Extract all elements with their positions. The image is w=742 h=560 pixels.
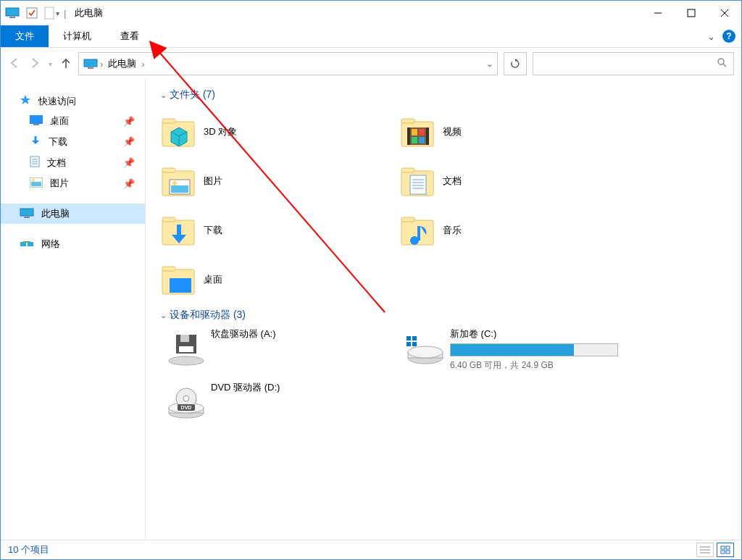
svg-rect-45 xyxy=(407,128,429,145)
svg-rect-54 xyxy=(410,175,426,194)
window-title: 此电脑 xyxy=(75,7,103,20)
pictures-folder-icon xyxy=(159,161,199,201)
quick-access-check-icon[interactable] xyxy=(25,7,38,20)
svg-rect-64 xyxy=(180,335,189,342)
desktop-icon xyxy=(30,115,43,128)
sidebar-item-documents[interactable]: 文档 📌 xyxy=(1,152,145,173)
tab-file[interactable]: 文件 xyxy=(1,25,49,47)
svg-rect-48 xyxy=(412,129,417,135)
svg-rect-87 xyxy=(726,551,730,553)
svg-rect-49 xyxy=(419,129,425,135)
sidebar-item-desktop[interactable]: 桌面 📌 xyxy=(1,111,145,131)
download-arrow-icon xyxy=(30,135,41,149)
svg-rect-70 xyxy=(407,336,411,340)
nav-recent-icon[interactable]: ▾ xyxy=(49,60,52,68)
dvd-drive-icon: DVD xyxy=(159,381,211,425)
svg-rect-21 xyxy=(31,182,41,186)
content-area: ⌄ 文件夹 (7) 3D 对象 图片 xyxy=(146,78,741,540)
status-item-count: 10 个项目 xyxy=(8,543,49,556)
help-button[interactable]: ? xyxy=(722,30,735,43)
drive-dvd-d[interactable]: DVD DVD 驱动器 (D:) xyxy=(159,381,398,435)
svg-rect-15 xyxy=(33,124,39,125)
view-details-button[interactable] xyxy=(696,543,714,557)
sidebar-item-downloads[interactable]: 下载 📌 xyxy=(1,131,145,152)
svg-point-22 xyxy=(32,179,35,182)
sidebar-item-this-pc[interactable]: 此电脑 xyxy=(1,204,145,224)
close-button[interactable] xyxy=(708,1,741,25)
sidebar-item-pictures[interactable]: 图片 📌 xyxy=(1,173,145,193)
pin-icon: 📌 xyxy=(123,178,135,189)
folder-3d-objects[interactable]: 3D 对象 xyxy=(159,107,376,156)
computer-icon xyxy=(5,7,20,19)
pin-icon: 📌 xyxy=(123,157,135,168)
view-large-icons-button[interactable] xyxy=(717,543,734,557)
svg-rect-24 xyxy=(24,217,30,218)
search-icon xyxy=(717,57,728,70)
section-drives-header[interactable]: ⌄ 设备和驱动器 (3) xyxy=(160,309,728,322)
nav-forward-icon[interactable] xyxy=(28,57,41,72)
svg-point-78 xyxy=(183,396,189,401)
folders-grid: 3D 对象 图片 下载 xyxy=(159,107,728,304)
address-bar-row: ▾ › 此电脑 › ⌄ xyxy=(1,48,741,78)
qat-dropdown-icon[interactable]: ▾ xyxy=(56,9,59,17)
svg-rect-72 xyxy=(407,342,411,346)
drive-usage-text: 6.40 GB 可用，共 24.9 GB xyxy=(450,359,618,372)
drive-floppy-a[interactable]: 软盘驱动器 (A:) xyxy=(159,327,398,381)
chevron-down-icon: ⌄ xyxy=(160,91,167,100)
tab-view[interactable]: 查看 xyxy=(106,25,154,47)
svg-rect-23 xyxy=(20,209,33,216)
refresh-button[interactable] xyxy=(504,52,527,75)
maximize-button[interactable] xyxy=(675,1,708,25)
svg-rect-86 xyxy=(721,551,725,553)
svg-point-36 xyxy=(172,181,177,185)
ribbon-tabs: 文件 计算机 查看 ⌄ ? xyxy=(1,25,741,48)
chevron-right-icon[interactable]: › xyxy=(100,59,103,70)
search-box[interactable] xyxy=(533,52,734,75)
ribbon-expand-icon[interactable]: ⌄ xyxy=(707,31,715,42)
svg-rect-35 xyxy=(171,185,188,193)
tab-computer[interactable]: 计算机 xyxy=(49,25,106,47)
breadcrumb-root[interactable]: 此电脑 xyxy=(108,57,136,70)
svg-rect-10 xyxy=(88,67,93,69)
nav-quick-access[interactable]: 快速访问 xyxy=(1,91,145,111)
svg-rect-53 xyxy=(401,168,414,172)
svg-marker-13 xyxy=(20,95,30,104)
titlebar: ▾ | 此电脑 xyxy=(1,1,741,25)
folder-music[interactable]: 音乐 xyxy=(398,206,615,255)
svg-rect-60 xyxy=(401,217,414,222)
pin-icon: 📌 xyxy=(123,136,135,147)
svg-rect-71 xyxy=(412,336,417,340)
address-bar[interactable]: › 此电脑 › ⌄ xyxy=(78,52,498,75)
chevron-down-icon: ⌄ xyxy=(160,311,167,320)
folder-downloads[interactable]: 下载 xyxy=(159,206,376,255)
sidebar-item-network[interactable]: 网络 xyxy=(1,234,145,254)
svg-text:DVD: DVD xyxy=(181,405,192,410)
chevron-right-icon[interactable]: › xyxy=(141,59,144,70)
svg-rect-9 xyxy=(84,59,97,67)
svg-rect-47 xyxy=(426,128,429,145)
document-icon xyxy=(30,156,40,170)
svg-rect-51 xyxy=(419,137,425,143)
nav-up-icon[interactable] xyxy=(59,57,72,72)
documents-folder-icon xyxy=(398,161,438,201)
svg-line-12 xyxy=(723,64,726,67)
document-icon xyxy=(44,7,54,20)
svg-rect-84 xyxy=(721,546,725,549)
svg-rect-14 xyxy=(30,115,43,124)
svg-rect-33 xyxy=(162,168,175,172)
status-bar: 10 个项目 xyxy=(1,540,741,559)
minimize-button[interactable] xyxy=(641,1,675,25)
section-folders-header[interactable]: ⌄ 文件夹 (7) xyxy=(160,88,728,101)
drive-c[interactable]: 新加卷 (C:) 6.40 GB 可用，共 24.9 GB xyxy=(398,327,637,381)
folder-pictures[interactable]: 图片 xyxy=(159,156,376,206)
svg-rect-62 xyxy=(417,226,420,241)
address-dropdown-icon[interactable]: ⌄ xyxy=(486,59,493,69)
hard-drive-icon xyxy=(398,327,450,371)
folder-videos[interactable]: 视频 xyxy=(398,107,615,156)
folder-desktop[interactable]: 桌面 xyxy=(159,255,376,304)
navigation-pane: 快速访问 桌面 📌 下载 📌 文档 📌 图片 📌 xyxy=(1,78,146,540)
folder-documents[interactable]: 文档 xyxy=(398,156,615,206)
floppy-drive-icon xyxy=(159,327,211,371)
music-folder-icon xyxy=(398,210,438,251)
nav-back-icon[interactable] xyxy=(8,57,21,72)
